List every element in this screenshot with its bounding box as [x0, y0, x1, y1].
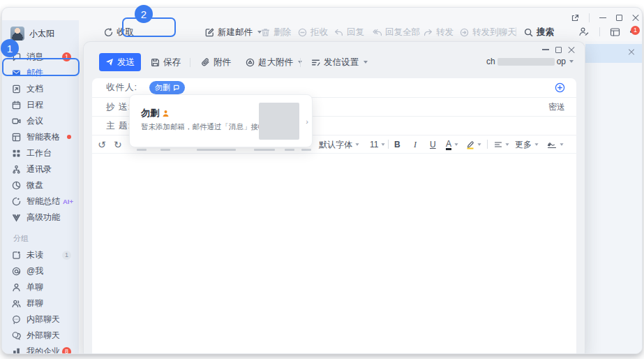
- sidebar-item-drive[interactable]: 微盘: [5, 177, 76, 193]
- app-window: 1 小太阳 消息 1 邮件 文档: [1, 7, 643, 354]
- sidebar-item-meeting[interactable]: 会议: [5, 113, 76, 129]
- reply-all-button[interactable]: 回复全部: [373, 22, 420, 43]
- send-button[interactable]: 发送: [99, 53, 141, 71]
- hidden-tool-stub: [285, 149, 294, 151]
- block-icon: [298, 28, 307, 37]
- align-lines-icon: [494, 140, 502, 149]
- font-color-button[interactable]: A: [446, 135, 458, 154]
- sidebar-item-advanced[interactable]: 高级功能: [5, 210, 76, 225]
- popout-icon[interactable]: [571, 14, 579, 22]
- sidebar-item-workbench[interactable]: 工作台: [5, 145, 76, 161]
- sidebar-item-mentions[interactable]: @我: [5, 263, 76, 279]
- sidebar-item-docs[interactable]: 文档: [5, 81, 76, 96]
- divider: [487, 140, 488, 149]
- sidebar-item-unread[interactable]: 未读 1: [5, 247, 76, 263]
- double-bubble-icon: [12, 331, 21, 340]
- reading-pane: [585, 41, 642, 353]
- meeting-icon: [12, 117, 21, 126]
- attachment-button[interactable]: 附件: [201, 55, 231, 69]
- divider: [300, 58, 301, 67]
- red-dot-badge: [67, 135, 71, 139]
- undo-button[interactable]: ↺: [98, 135, 106, 154]
- sidebar-item-contacts[interactable]: 通讯录: [5, 161, 76, 177]
- reply-icon: [334, 28, 343, 37]
- hidden-tool-stub: [160, 149, 170, 151]
- large-attachment-button[interactable]: 超大附件: [246, 55, 302, 69]
- highlight-button[interactable]: [466, 135, 481, 154]
- tooltip-title-row: 勿删: [141, 107, 170, 119]
- signature-icon: [547, 140, 557, 149]
- font-size-select[interactable]: 11: [370, 135, 385, 154]
- sidebar-item-my-company[interactable]: 我的企业 8: [5, 344, 76, 354]
- bubble-dots-icon: [12, 315, 21, 324]
- hidden-tool-stub: [301, 149, 311, 151]
- compose-button[interactable]: 新建邮件: [205, 22, 262, 43]
- close-icon[interactable]: [632, 15, 639, 22]
- sidebar-item-direct-chat[interactable]: 单聊: [5, 279, 76, 295]
- settings-lines-icon: [311, 58, 320, 67]
- to-label: 收件人:: [106, 82, 149, 94]
- sidebar-item-smart-table[interactable]: 智能表格: [5, 129, 76, 145]
- avatar: [10, 27, 24, 41]
- sidebar-item-group-chat[interactable]: 群聊: [5, 295, 76, 311]
- forward-button[interactable]: 转发: [424, 22, 454, 43]
- add-recipient-icon[interactable]: [555, 82, 565, 93]
- person-icon: [12, 283, 21, 292]
- redacted-email: [497, 58, 555, 66]
- minimize-icon[interactable]: [599, 17, 606, 18]
- unread-icon: [12, 251, 21, 260]
- chat-bubble-icon: [173, 85, 179, 91]
- calendar-icon: [12, 101, 21, 110]
- sidebar-item-ai-summary[interactable]: 智能总结 AI+: [5, 193, 76, 209]
- forward-to-chat-button[interactable]: 转发到聊天: [460, 22, 516, 43]
- more-format-button[interactable]: 更多: [515, 135, 539, 154]
- message-body-editor[interactable]: [92, 154, 576, 354]
- chat-forward-icon: [460, 28, 469, 37]
- maximize-icon[interactable]: [616, 15, 622, 21]
- annotation-step-1: 1: [1, 39, 19, 57]
- trash-icon: [261, 28, 270, 37]
- chevron-right-icon[interactable]: ›: [306, 117, 308, 126]
- paper-plane-icon: [105, 58, 114, 66]
- divider: [388, 140, 389, 149]
- sidebar-item-internal-chat[interactable]: 内部聊天: [5, 312, 76, 327]
- sidebar-item-external-chat[interactable]: 外部聊天: [5, 328, 76, 343]
- sidebar-item-calendar[interactable]: 日程: [5, 97, 76, 112]
- recipient-chip[interactable]: 勿删: [149, 81, 185, 94]
- save-icon: [151, 58, 160, 67]
- screen: 1 小太阳 消息 1 邮件 文档: [0, 0, 644, 359]
- search-button[interactable]: 搜索: [524, 22, 554, 43]
- from-account-selector[interactable]: ch op: [486, 57, 574, 66]
- underline-button[interactable]: U: [430, 135, 436, 154]
- company-icon: [12, 347, 21, 355]
- font-family-select[interactable]: 默认字体: [319, 135, 359, 154]
- divider: [190, 58, 190, 67]
- close-pane-icon[interactable]: [629, 49, 635, 55]
- compose-toolbar: 发送 保存 附件 超大附件 发: [84, 52, 585, 75]
- reply-button[interactable]: 回复: [334, 22, 364, 43]
- italic-button[interactable]: I: [414, 135, 417, 154]
- reject-button[interactable]: 拒收: [298, 22, 328, 43]
- paperclip-icon: [201, 58, 210, 67]
- ai-plus-tag: AI+: [63, 198, 73, 205]
- forward-icon: [424, 28, 433, 37]
- hidden-tool-stub: [197, 149, 236, 151]
- recipient-tooltip: 勿删 暂未添加邮箱，邮件通过「消息」接收 ›: [129, 94, 313, 147]
- bold-button[interactable]: B: [394, 135, 400, 154]
- table-icon: [12, 133, 21, 142]
- advanced-icon: [12, 213, 21, 222]
- minimize-icon[interactable]: [542, 49, 549, 50]
- hidden-tool-stub: [137, 149, 147, 151]
- count-badge: 1: [62, 251, 71, 260]
- send-settings-button[interactable]: 发信设置: [311, 55, 368, 69]
- search-icon: [524, 28, 533, 37]
- delete-button[interactable]: 删除: [261, 22, 291, 43]
- annotation-box-mail-item: [2, 58, 80, 76]
- redo-button[interactable]: ↻: [114, 135, 122, 154]
- chevron-down-icon: [364, 61, 368, 64]
- bcc-link[interactable]: 密送: [548, 101, 565, 113]
- tooltip-description: 暂未添加邮箱，邮件通过「消息」接收: [141, 122, 266, 132]
- align-button[interactable]: [494, 135, 509, 154]
- save-button[interactable]: 保存: [151, 55, 181, 69]
- signature-button[interactable]: [547, 135, 564, 154]
